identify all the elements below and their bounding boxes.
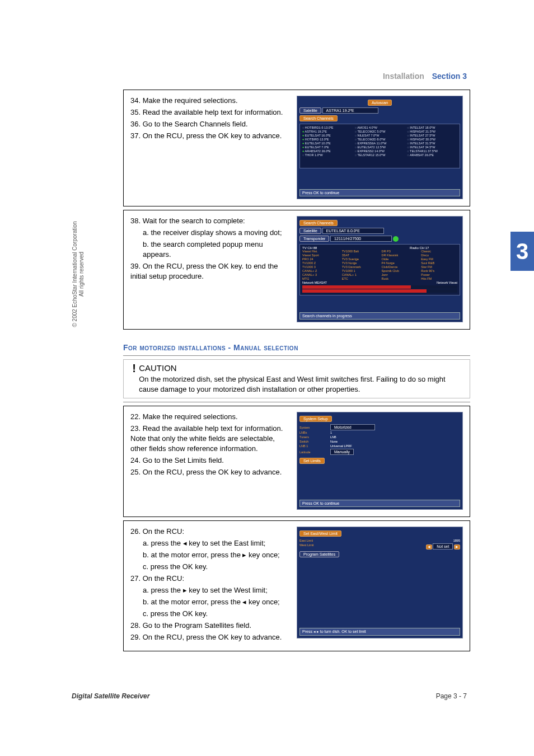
osd-search-chip: Search Channels [299, 115, 338, 121]
section-rule-2 [123, 402, 470, 402]
step-37: 37. On the RCU, press the OK key to adva… [130, 131, 292, 141]
osd-tp-label: Transponder [299, 236, 329, 242]
step-27c: c. press the OK key. [130, 609, 292, 619]
lock-indicator-icon [393, 236, 399, 242]
osd-hint: Press OK to continue [299, 189, 460, 196]
osd-radio-list2: ClassicDiscoEasy FMSoul R&BStar FMRock 9… [421, 250, 457, 281]
step-34: 34. Make the required selections. [130, 96, 292, 106]
copyright-line2: All rights reserved [78, 213, 85, 336]
osd-program-sats: Program Satellites [299, 551, 339, 557]
footer-title: Digital Satellite Receiver [72, 692, 149, 700]
step-25: 25. On the RCU, press the OK key to adva… [130, 467, 292, 477]
instruction-block-4: 26. On the RCU: a. press the ◂ key to se… [123, 520, 470, 651]
step-35: 35. Read the available help text for inf… [130, 107, 292, 118]
osd-progress-bar1 [302, 285, 457, 289]
osd-west-value: Not set [433, 543, 453, 550]
step-26b: b. at the motor error, press the ▸ key o… [130, 550, 292, 560]
page-header: Installation Section 3 [383, 72, 467, 81]
osd-hint3: Press OK to continue [299, 500, 460, 507]
step-26: 26. On the RCU: [130, 527, 292, 537]
step-38a: a. the receiver display shows a moving d… [130, 228, 292, 238]
step-26a: a. press the ◂ key to set the East limit… [130, 538, 292, 548]
osd-radio-list: DR P3DR KlassiskOldieP4 NorgeClub/DanceS… [382, 250, 418, 281]
osd-tp-value: 12111/H/27500 [330, 236, 392, 242]
osd-progress-bar2 [302, 289, 457, 293]
step-24: 24. Go to the Set Limits field. [130, 456, 292, 466]
copyright-line1: © 2002 EchoStar International Corporatio… [72, 213, 78, 336]
header-section: Section 3 [432, 72, 467, 81]
osd-set-ew-limit: Set East/West Limit East Limit1895 West … [297, 527, 463, 638]
caution-text: On the motorized dish, set the physical … [139, 374, 464, 395]
osd-tv-list2: TV1000 Balt3SATTV3 SverigeTV3 NorgeTV3 D… [342, 250, 378, 281]
osd-search-progress: Search Channels Satellite EUTELSAT 8.0.0… [297, 216, 463, 322]
osd-network-right: Network Viasat [382, 281, 458, 285]
vertical-copyright: © 2002 EchoStar International Corporatio… [72, 213, 85, 336]
osd-set-limits: Set Limits [299, 458, 325, 464]
exclamation-icon: ! [129, 363, 139, 395]
osd-sat-value2: EUTELSAT 8.0.0ºE [322, 228, 384, 234]
osd-list-col1: HOTBIRD1-5 13.0ºE ASTRA1 19.2ºE EUTELSAT… [302, 126, 353, 157]
step-22: 22. Make the required selections. [130, 412, 292, 422]
instruction-block-1: 34. Make the required selections. 35. Re… [123, 90, 470, 206]
step-28: 28. Go to the Program Satellites field. [130, 621, 292, 631]
step-23: 23. Read the available help text for inf… [130, 424, 292, 454]
osd-east-label: East Limit [299, 539, 330, 543]
header-installation: Installation [383, 72, 424, 81]
osd-tv-list: Viasat Hist.Viasat SportPRO 24TV1000 ZTV… [302, 250, 339, 281]
osd-hint4: Press ◂ ▸ to turn dish. OK to set limit [299, 628, 460, 636]
section-title: For motorized installations - Manual sel… [123, 343, 470, 352]
osd-autoscan-chip: Autoscan [368, 100, 392, 106]
step-26c: c. press the OK key. [130, 562, 292, 572]
step-27: 27. On the RCU: [130, 574, 292, 584]
side-chapter-number: 3 [510, 232, 534, 271]
osd-search-chip2: Search Channels [299, 220, 338, 226]
osd-system-setup: System Setup SystemMotorized LNBs1 Tuner… [297, 412, 463, 510]
osd-list-col3: INTELSAT 18.0ºW HISPASAT 21.5ºW INTELSAT… [407, 126, 457, 157]
osd-autoscan: Autoscan Satellite ASTRA1 19.2ºE Search … [297, 96, 463, 199]
step-27a: a. press the ▸ key to set the West limit… [130, 585, 292, 595]
osd-sat-label2: Satellite [299, 228, 321, 234]
osd-list-col2: AMOS1 4.0ºW TELECOM2C 5.0ºW NILESAT 7.0º… [355, 126, 405, 157]
step-29: 29. On the RCU, press the OK key to adva… [130, 632, 292, 642]
osd-system-title: System Setup [299, 416, 332, 422]
osd-ew-title: Set East/West Limit [299, 530, 341, 537]
footer-page: Page 3 - 7 [436, 692, 467, 700]
step-27b: b. at the motor error, press the ◂ key o… [130, 597, 292, 607]
osd-sat-value: ASTRA1 19.2ºE [322, 107, 378, 114]
step-38b: b. the search completed popup menu appea… [130, 240, 292, 260]
osd-hint2: Search channels in progress [299, 312, 460, 320]
page-footer: Digital Satellite Receiver Page 3 - 7 [72, 692, 467, 700]
instruction-block-2: 38. Wait for the search to complete: a. … [123, 210, 470, 330]
step-39: 39. On the RCU, press the OK key. to end… [130, 261, 292, 281]
osd-sat-label: Satellite [299, 107, 321, 114]
section-rule [123, 355, 470, 356]
step-38: 38. Wait for the search to complete: [130, 216, 292, 226]
osd-west-label: West Limit [299, 543, 330, 547]
caution-box: ! CAUTION On the motorized dish, set the… [123, 359, 470, 398]
caution-title: CAUTION [139, 363, 464, 373]
step-36: 36. Go to the Search Channels field. [130, 119, 292, 129]
instruction-block-3: 22. Make the required selections. 23. Re… [123, 406, 470, 517]
osd-east-value: 1895 [453, 539, 460, 543]
osd-network-left: Network MEASAT [302, 281, 378, 285]
